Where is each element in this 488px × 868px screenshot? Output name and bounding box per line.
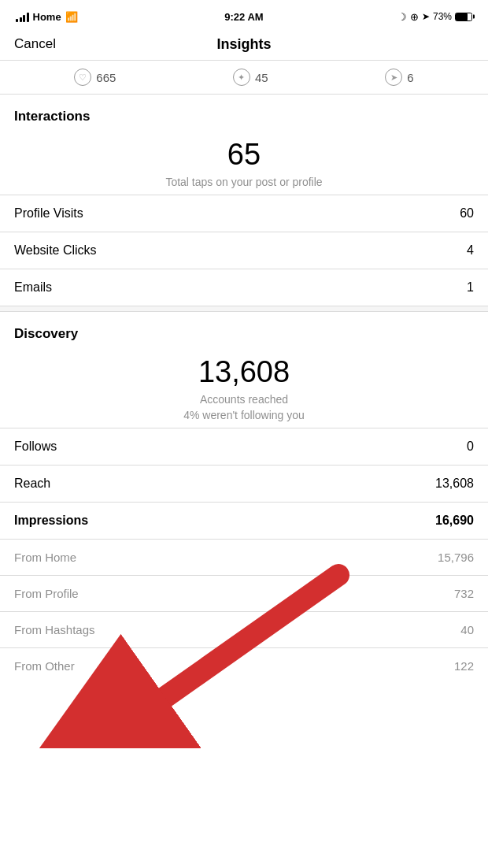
from-profile-row: From Profile 732 <box>0 575 488 611</box>
page-title: Insights <box>216 36 271 53</box>
discovery-big-stat: 13,608 Accounts reached4% weren't follow… <box>0 347 488 428</box>
from-other-label: From Other <box>14 659 75 673</box>
battery-fill <box>456 13 468 20</box>
interactions-number: 65 <box>16 139 472 172</box>
arrow-icon: ➤ <box>422 11 430 22</box>
from-profile-label: From Profile <box>14 587 79 600</box>
profile-visits-value: 60 <box>460 206 474 221</box>
partial-comments-value: 45 <box>255 71 268 84</box>
emails-row: Emails 1 <box>0 269 488 306</box>
interactions-header: Interactions <box>0 95 488 129</box>
reach-label: Reach <box>14 477 50 491</box>
partial-comments: ✦ 45 <box>233 69 268 86</box>
share-icon: ➤ <box>385 69 402 86</box>
reach-row: Reach 13,608 <box>0 465 488 502</box>
from-profile-value: 732 <box>454 587 474 600</box>
moon-icon: ☽ <box>397 11 407 23</box>
website-clicks-value: 4 <box>467 243 474 258</box>
page-container: Home 📶 9:22 AM ☽ ⊕ ➤ 73% Cancel Insights… <box>0 0 488 684</box>
follows-label: Follows <box>14 440 57 454</box>
impressions-value: 16,690 <box>435 514 474 528</box>
battery-icon <box>455 13 472 21</box>
top-partial-row: ♡ 665 ✦ 45 ➤ 6 <box>0 61 488 95</box>
comment-icon: ✦ <box>233 69 250 86</box>
status-left: Home 📶 <box>16 11 78 23</box>
from-home-label: From Home <box>14 551 76 564</box>
discovery-number: 13,608 <box>16 356 472 389</box>
impressions-label: Impressions <box>14 514 88 528</box>
emails-value: 1 <box>467 280 474 295</box>
status-bar: Home 📶 9:22 AM ☽ ⊕ ➤ 73% <box>0 0 488 30</box>
discovery-label: Accounts reached4% weren't following you <box>16 392 472 423</box>
from-other-value: 122 <box>454 659 474 673</box>
interactions-label: Total taps on your post or profile <box>16 175 472 191</box>
wifi-icon: 📶 <box>65 11 78 23</box>
from-other-row: From Other 122 <box>0 647 488 684</box>
partial-likes: ♡ 665 <box>74 69 116 86</box>
interactions-big-stat: 65 Total taps on your post or profile <box>0 129 488 195</box>
carrier-label: Home <box>33 11 61 23</box>
heart-icon: ♡ <box>74 69 91 86</box>
partial-likes-value: 665 <box>96 71 116 84</box>
discovery-section: Discovery 13,608 Accounts reached4% were… <box>0 312 488 684</box>
from-home-row: From Home 15,796 <box>0 539 488 575</box>
battery-percent: 73% <box>433 11 452 22</box>
reach-value: 13,608 <box>435 477 474 491</box>
from-hashtags-row: From Hashtags 40 <box>0 611 488 647</box>
emails-label: Emails <box>14 280 52 295</box>
signal-bars-icon <box>16 12 29 22</box>
partial-shares-value: 6 <box>407 71 413 84</box>
follows-value: 0 <box>467 440 474 454</box>
discovery-header: Discovery <box>0 312 488 347</box>
from-hashtags-label: From Hashtags <box>14 623 95 636</box>
profile-visits-row: Profile Visits 60 <box>0 195 488 232</box>
from-home-value: 15,796 <box>438 551 474 564</box>
partial-shares: ➤ 6 <box>385 69 413 86</box>
location-icon: ⊕ <box>410 11 419 23</box>
nav-bar: Cancel Insights <box>0 30 488 61</box>
cancel-button[interactable]: Cancel <box>14 36 56 52</box>
profile-visits-label: Profile Visits <box>14 206 83 221</box>
website-clicks-label: Website Clicks <box>14 243 97 258</box>
status-right: ☽ ⊕ ➤ 73% <box>397 11 472 23</box>
status-time: 9:22 AM <box>224 11 263 23</box>
impressions-row: Impressions 16,690 <box>0 502 488 539</box>
interactions-section: Interactions 65 Total taps on your post … <box>0 95 488 306</box>
website-clicks-row: Website Clicks 4 <box>0 232 488 269</box>
from-hashtags-value: 40 <box>460 623 474 636</box>
section-divider <box>0 306 488 312</box>
follows-row: Follows 0 <box>0 428 488 465</box>
